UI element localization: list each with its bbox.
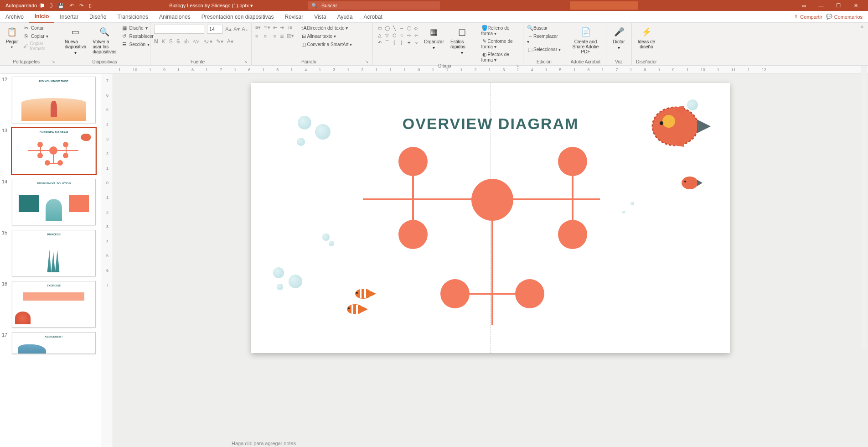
- slide-thumbnail-13[interactable]: OVERVIEW DIAGRAM: [12, 128, 96, 174]
- numbering-button[interactable]: ≣▾: [264, 25, 270, 31]
- line-spacing-button[interactable]: ↕≡: [287, 25, 294, 30]
- shadow-button[interactable]: ab: [184, 38, 189, 45]
- shape-effects-button[interactable]: ◐Efectos de forma ▾: [481, 51, 519, 62]
- find-button[interactable]: 🔍Buscar: [527, 25, 561, 31]
- section-button[interactable]: ☰Sección ▾: [121, 41, 154, 47]
- underline-button[interactable]: S: [169, 38, 173, 45]
- slide-title-text[interactable]: OVERVIEW DIAGRAM: [403, 115, 579, 133]
- diagram-node[interactable]: [515, 279, 544, 308]
- slide-thumbnail-12[interactable]: DID YOU KNOW THIS?: [12, 77, 96, 123]
- slide-thumbnail-panel[interactable]: 12 DID YOU KNOW THIS? 13 OVERVIEW DIAGRA…: [0, 74, 102, 447]
- redo-icon[interactable]: ↷: [79, 3, 83, 9]
- autosave-toggle[interactable]: Autoguardado: [5, 3, 52, 8]
- cut-button[interactable]: ✂Cortar: [23, 25, 55, 31]
- horizontal-ruler[interactable]: 1101918171615141312111011121314151617181…: [0, 66, 868, 74]
- justify-button[interactable]: ≣: [280, 33, 284, 39]
- layout-button[interactable]: ▦Diseño ▾: [121, 25, 154, 31]
- collapse-ribbon-button[interactable]: ^: [856, 23, 868, 65]
- slide-canvas-area[interactable]: OVERVIEW DIAGRAM: [113, 74, 868, 447]
- diagram-node[interactable]: [558, 147, 587, 176]
- paste-button[interactable]: 📋 Pegar ▾: [4, 25, 20, 50]
- diagram-node[interactable]: [440, 279, 470, 308]
- thumb-number: 17: [2, 332, 10, 354]
- slide-editor[interactable]: OVERVIEW DIAGRAM: [251, 83, 730, 353]
- diagram-node[interactable]: [398, 220, 428, 249]
- bullets-button[interactable]: ≡▾: [255, 25, 261, 31]
- change-case-button[interactable]: Aa▾: [203, 38, 212, 45]
- slide-thumbnail-15[interactable]: PROCESS: [12, 230, 96, 276]
- decrease-font-icon[interactable]: A▾: [233, 26, 240, 32]
- bold-button[interactable]: N: [154, 38, 158, 45]
- tab-revisar[interactable]: Revisar: [279, 11, 309, 23]
- quick-styles-button[interactable]: ◫Estilos rápidos▾: [449, 25, 476, 56]
- shapes-gallery[interactable]: ▭◯╲→▢◇ △▽⬡☆⇨⇦ ↶⌒{}✦▿: [377, 25, 419, 46]
- diagram-node[interactable]: [558, 220, 587, 249]
- tab-transiciones[interactable]: Transiciones: [112, 11, 154, 23]
- copy-button[interactable]: ⎘Copiar ▾: [23, 33, 55, 39]
- align-text-button[interactable]: ⊟Alinear texto ▾: [300, 33, 352, 39]
- account-area[interactable]: [570, 1, 638, 10]
- document-title[interactable]: Biology Lesson by Slidesgo (1).pptx ▾: [169, 3, 253, 9]
- diagram-node[interactable]: [398, 147, 428, 176]
- new-slide-button[interactable]: ▭ Nueva diapositiva▾: [63, 25, 88, 56]
- replace-button[interactable]: ↔Reemplazar ▾: [527, 33, 561, 44]
- tab-inicio[interactable]: Inicio: [29, 10, 54, 23]
- font-launcher[interactable]: ↘: [244, 59, 248, 64]
- tab-ayuda[interactable]: Ayuda: [332, 11, 358, 23]
- align-left-button[interactable]: ≡: [255, 33, 261, 39]
- close-icon[interactable]: ✕: [852, 3, 860, 9]
- font-color-button[interactable]: A▾: [227, 38, 233, 45]
- select-button[interactable]: ⬚Seleccionar ▾: [527, 46, 561, 52]
- text-direction-button[interactable]: ↕ADirección del texto ▾: [300, 25, 352, 31]
- tab-vista[interactable]: Vista: [309, 11, 331, 23]
- design-ideas-button[interactable]: ⚡Ideas de diseño: [636, 25, 657, 50]
- strikethrough-button[interactable]: S̶: [176, 38, 180, 45]
- slide-thumbnail-14[interactable]: PROBLEM VS. SOLUTION: [12, 179, 96, 225]
- align-right-button[interactable]: ≡: [273, 33, 277, 39]
- vertical-ruler[interactable]: 765432101234567: [102, 74, 113, 447]
- tab-animaciones[interactable]: Animaciones: [154, 11, 196, 23]
- tab-archivo[interactable]: Archivo: [0, 11, 29, 23]
- paragraph-launcher[interactable]: ↘: [365, 59, 369, 64]
- clipboard-launcher[interactable]: ↘: [52, 59, 55, 64]
- align-center-button[interactable]: ≡: [264, 33, 270, 39]
- format-painter-button[interactable]: 🖌Copiar formato: [23, 41, 55, 51]
- shape-fill-button[interactable]: 🪣Relleno de forma ▾: [481, 25, 519, 36]
- maximize-icon[interactable]: ❐: [834, 3, 842, 9]
- italic-button[interactable]: K: [162, 38, 165, 45]
- font-size-select[interactable]: [207, 25, 222, 34]
- shape-outline-button[interactable]: ✎Contorno de forma ▾: [481, 38, 519, 49]
- increase-font-icon[interactable]: A▴: [225, 26, 232, 32]
- smartart-button[interactable]: ◫Convertir a SmartArt ▾: [300, 41, 352, 47]
- dictate-button[interactable]: 🎤Dictar▾: [611, 25, 627, 51]
- notes-placeholder[interactable]: Haga clic para agregar notas: [232, 441, 296, 446]
- vertical-scrollbar[interactable]: [861, 66, 867, 349]
- comments-button[interactable]: 💬Comentarios: [826, 14, 863, 20]
- indent-inc-button[interactable]: ⇥: [280, 25, 284, 31]
- tab-acrobat[interactable]: Acrobat: [358, 11, 388, 23]
- diagram-node-center[interactable]: [471, 179, 513, 221]
- font-family-select[interactable]: [154, 25, 204, 34]
- slide-thumbnail-17[interactable]: ASSIGNMENT: [12, 332, 96, 354]
- search-box[interactable]: 🔍 Buscar: [308, 1, 440, 10]
- overview-diagram[interactable]: [363, 147, 600, 329]
- slide-thumbnail-16[interactable]: EXERCISE: [12, 281, 96, 327]
- tab-insertar[interactable]: Insertar: [54, 11, 84, 23]
- share-button[interactable]: ⇧Compartir: [794, 14, 822, 20]
- ribbon-display-icon[interactable]: ▭: [800, 3, 808, 9]
- save-icon[interactable]: 💾: [58, 3, 64, 9]
- indent-dec-button[interactable]: ⇤: [273, 25, 277, 31]
- undo-icon[interactable]: ↶: [70, 3, 74, 9]
- start-slideshow-icon[interactable]: ▯: [89, 3, 92, 9]
- reset-button[interactable]: ↺Restablecer: [121, 33, 154, 39]
- minimize-icon[interactable]: —: [817, 3, 825, 9]
- spacing-button[interactable]: AV: [192, 38, 200, 45]
- highlight-button[interactable]: ✎▾: [216, 38, 223, 45]
- clear-format-icon[interactable]: Aₓ: [242, 26, 248, 32]
- tab-diseno[interactable]: Diseño: [84, 11, 112, 23]
- reuse-slides-button[interactable]: 🔍 Volver a usar las diapositivas: [91, 25, 118, 55]
- create-pdf-button[interactable]: 📄Create and Share Adobe PDF: [569, 25, 602, 55]
- arrange-button[interactable]: ▦Organizar▾: [422, 25, 446, 51]
- tab-presentacion[interactable]: Presentación con diapositivas: [196, 11, 279, 23]
- columns-button[interactable]: ▥▾: [287, 33, 294, 39]
